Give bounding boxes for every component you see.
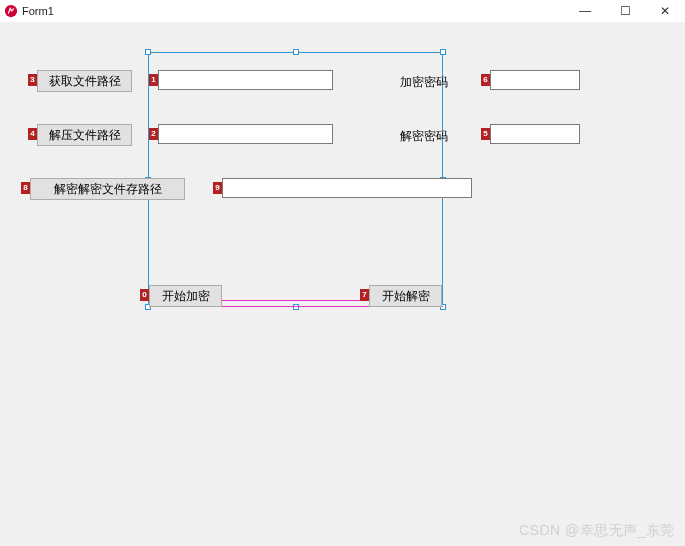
extract-file-path-button[interactable]: 解压文件路径 [37, 124, 132, 146]
window-title: Form1 [22, 5, 54, 17]
close-button[interactable]: ✕ [645, 0, 685, 22]
resize-handle[interactable] [145, 49, 151, 55]
tab-index-tag: 8 [21, 182, 30, 194]
tab-index-tag: 2 [149, 128, 158, 140]
form-designer-surface[interactable]: 3 获取文件路径 1 加密密码 6 4 解压文件路径 2 解密密码 5 8 解密… [0, 22, 685, 546]
encrypt-password-input[interactable] [490, 70, 580, 90]
decrypt-save-path-button[interactable]: 解密解密文件存路径 [30, 178, 185, 200]
app-icon [4, 4, 18, 18]
button-label: 开始解密 [382, 288, 430, 305]
tab-index-tag: 4 [28, 128, 37, 140]
button-label: 开始加密 [162, 288, 210, 305]
resize-handle[interactable] [440, 49, 446, 55]
get-file-path-button[interactable]: 获取文件路径 [37, 70, 132, 92]
maximize-button[interactable]: ☐ [605, 0, 645, 22]
resize-handle[interactable] [293, 49, 299, 55]
snap-line [222, 300, 369, 301]
tab-index-tag: 3 [28, 74, 37, 86]
button-label: 解密解密文件存路径 [54, 181, 162, 198]
tab-index-tag: 5 [481, 128, 490, 140]
resize-handle[interactable] [293, 304, 299, 310]
encrypt-password-label: 加密密码 [400, 74, 448, 91]
extract-path-input[interactable] [158, 124, 333, 144]
decrypt-password-label: 解密密码 [400, 128, 448, 145]
window-titlebar: Form1 — ☐ ✕ [0, 0, 685, 22]
tab-index-tag: 0 [140, 289, 149, 301]
tab-index-tag: 7 [360, 289, 369, 301]
tab-index-tag: 6 [481, 74, 490, 86]
minimize-button[interactable]: — [565, 0, 605, 22]
decrypt-save-path-input[interactable] [222, 178, 472, 198]
tab-index-tag: 9 [213, 182, 222, 194]
window-controls: — ☐ ✕ [565, 0, 685, 22]
decrypt-password-input[interactable] [490, 124, 580, 144]
file-path-input[interactable] [158, 70, 333, 90]
watermark-text: CSDN @幸思无声_东莞 [519, 522, 675, 540]
start-decrypt-button[interactable]: 开始解密 [369, 285, 442, 307]
tab-index-tag: 1 [149, 74, 158, 86]
start-encrypt-button[interactable]: 开始加密 [149, 285, 222, 307]
button-label: 解压文件路径 [49, 127, 121, 144]
svg-point-0 [5, 5, 17, 17]
button-label: 获取文件路径 [49, 73, 121, 90]
